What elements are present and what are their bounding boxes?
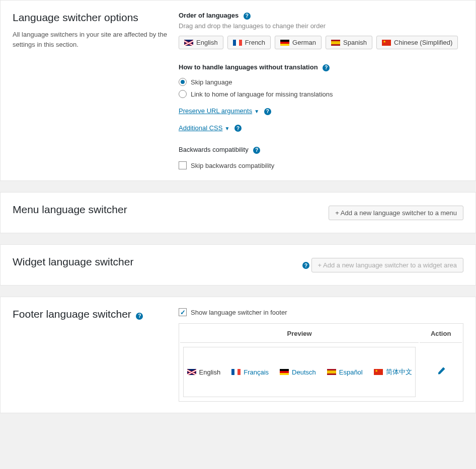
language-pill-french[interactable]: French: [227, 36, 271, 49]
uk-flag-icon: [187, 369, 196, 375]
preview-lang-french[interactable]: Français: [231, 368, 269, 376]
es-flag-icon: [331, 40, 340, 46]
widget-language-switcher-panel: Widget language switcher ? + Add a new l…: [0, 244, 476, 286]
menu-switcher-title: Menu language switcher: [13, 204, 127, 216]
footer-switcher-title: Footer language switcher: [13, 308, 131, 320]
language-pill-label: Spanish: [343, 39, 367, 46]
radio-link-home[interactable]: [179, 90, 187, 98]
radio-skip-label: Skip language: [191, 78, 232, 86]
help-icon[interactable]: ?: [244, 13, 251, 20]
footer-preview-table: Preview Action English Français Deutsch …: [179, 323, 463, 402]
language-pill-spanish[interactable]: Spanish: [326, 36, 372, 49]
order-of-languages-label: Order of languages: [179, 12, 239, 19]
language-pill-label: French: [245, 39, 265, 46]
footer-language-switcher-panel: Footer language switcher ? Show language…: [0, 297, 476, 413]
language-pill-label: English: [196, 39, 218, 46]
caret-down-icon: ▼: [254, 109, 259, 114]
fr-flag-icon: [231, 369, 241, 375]
de-flag-icon: [280, 40, 289, 46]
show-footer-switcher-label: Show language switcher in footer: [191, 309, 287, 316]
language-pill-german[interactable]: German: [275, 36, 322, 49]
language-pill-english[interactable]: English: [179, 36, 223, 49]
cn-flag-icon: [382, 40, 391, 46]
additional-css-toggle[interactable]: Additional CSS: [179, 124, 222, 132]
switcher-options-description: All language switchers in your site are …: [13, 30, 169, 49]
footer-preview: English Français Deutsch Español 简体中文: [183, 347, 416, 397]
help-icon[interactable]: ?: [302, 262, 309, 269]
preview-lang-spanish[interactable]: Español: [327, 368, 363, 376]
add-menu-switcher-button[interactable]: + Add a new language switcher to a menu: [329, 206, 463, 220]
handle-languages-label: How to handle languages without translat…: [179, 63, 318, 71]
order-subtext: Drag and drop the languages to change th…: [179, 22, 463, 30]
fr-flag-icon: [233, 40, 242, 46]
es-flag-icon: [327, 369, 336, 375]
preview-lang-german[interactable]: Deutsch: [280, 368, 316, 376]
preview-lang-chinese[interactable]: 简体中文: [374, 367, 412, 377]
show-footer-switcher-checkbox[interactable]: [179, 308, 187, 316]
backwards-compatibility-label: Backwards compatibility: [179, 146, 249, 153]
preview-column-header: Preview: [180, 325, 419, 343]
skip-backcompat-label: Skip backwards compatibility: [191, 162, 274, 169]
caret-down-icon: ▼: [224, 126, 229, 131]
widget-switcher-title: Widget language switcher: [13, 256, 133, 268]
preview-lang-english[interactable]: English: [187, 368, 221, 376]
uk-flag-icon: [184, 40, 193, 46]
language-pill-chinese[interactable]: Chinese (Simplified): [376, 36, 458, 49]
table-row: English Français Deutsch Español 简体中文: [180, 344, 462, 400]
help-icon[interactable]: ?: [234, 125, 242, 132]
help-icon[interactable]: ?: [264, 108, 271, 115]
help-icon[interactable]: ?: [136, 313, 143, 320]
action-column-header: Action: [420, 325, 462, 343]
help-icon[interactable]: ?: [253, 147, 260, 154]
radio-skip-language[interactable]: [179, 78, 187, 86]
de-flag-icon: [280, 369, 289, 375]
language-order-list: English French German Spanish Chinese (S…: [179, 36, 463, 49]
switcher-options-title: Language switcher options: [13, 12, 169, 24]
preserve-url-toggle[interactable]: Preserve URL arguments: [179, 107, 252, 115]
language-pill-label: German: [292, 39, 316, 46]
help-icon[interactable]: ?: [323, 64, 330, 71]
radio-home-label: Link to home of language for missing tra…: [191, 90, 333, 98]
add-widget-switcher-button[interactable]: + Add a new language switcher to a widge…: [311, 258, 463, 272]
cn-flag-icon: [374, 369, 383, 375]
language-switcher-options-panel: Language switcher options All language s…: [0, 0, 476, 181]
language-pill-label: Chinese (Simplified): [394, 39, 452, 46]
skip-backcompat-checkbox[interactable]: [179, 161, 187, 169]
edit-icon[interactable]: [436, 367, 445, 376]
menu-language-switcher-panel: Menu language switcher + Add a new langu…: [0, 192, 476, 233]
